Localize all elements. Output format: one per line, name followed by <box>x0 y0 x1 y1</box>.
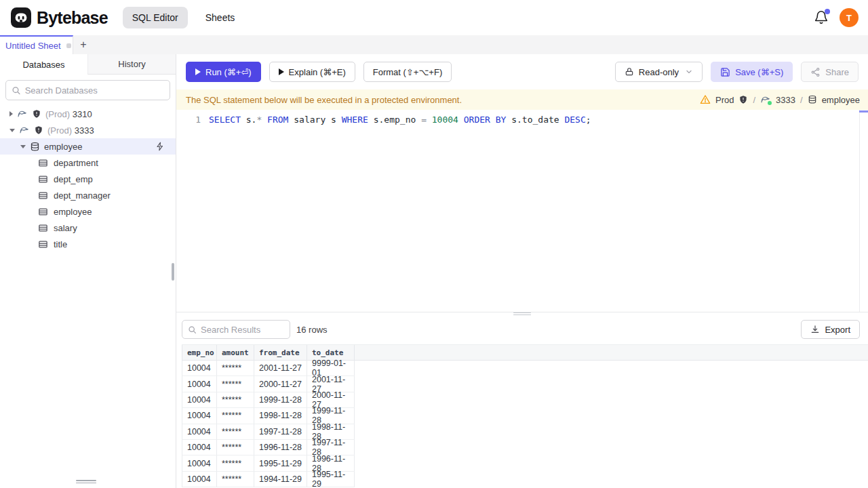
table-row[interactable]: 10004******1998-11-281999-11-28 <box>182 408 868 424</box>
column-header[interactable]: from_date <box>254 345 307 360</box>
column-header[interactable]: amount <box>217 345 254 360</box>
table-cell[interactable]: 1996-11-28 <box>254 440 307 455</box>
sidebar-table-item[interactable]: salary <box>0 220 176 236</box>
table-name: salary <box>54 223 77 233</box>
table-cell[interactable]: 10004 <box>182 408 217 424</box>
table-row[interactable]: 10004******1996-11-281997-11-28 <box>182 440 868 455</box>
table-row[interactable]: 10004******1994-11-291995-11-29 <box>182 472 868 487</box>
table-cell[interactable]: 10004 <box>182 424 217 440</box>
table-cell[interactable]: 2000-11-27 <box>254 376 307 392</box>
table-icon <box>38 174 48 184</box>
results-panel: 16 rows Export emp_noamountfrom_dateto_d… <box>176 316 868 488</box>
warning-icon <box>700 94 711 105</box>
table-cell[interactable]: 1999-11-28 <box>254 392 307 408</box>
table-cell[interactable]: 1994-11-29 <box>254 472 307 487</box>
column-header[interactable]: to_date <box>307 345 355 360</box>
download-icon <box>810 325 820 334</box>
sidebar-table-item[interactable]: employee <box>0 203 176 220</box>
share-button[interactable]: Share <box>801 62 859 82</box>
caret-down-icon[interactable] <box>9 129 15 132</box>
avatar[interactable]: T <box>840 8 859 27</box>
bytebase-logo[interactable]: Bytebase <box>11 7 108 28</box>
table-row[interactable]: 10004******2001-11-279999-01-01 <box>182 361 868 376</box>
table-cell[interactable]: ****** <box>217 408 254 424</box>
run-button[interactable]: Run (⌘+⏎) <box>186 62 261 82</box>
table-cell[interactable]: ****** <box>217 455 254 471</box>
notifications-button[interactable] <box>814 10 829 25</box>
lock-icon <box>625 67 634 77</box>
table-row[interactable]: 10004******2000-11-272001-11-27 <box>182 376 868 392</box>
table-cell[interactable]: 10004 <box>182 472 217 487</box>
nav-sheets[interactable]: Sheets <box>196 7 245 28</box>
table-cell[interactable]: 2001-11-27 <box>254 361 307 376</box>
table-cell[interactable]: 10004 <box>182 392 217 408</box>
table-row[interactable]: 10004******1995-11-291996-11-28 <box>182 455 868 471</box>
table-row[interactable]: 10004******1999-11-282000-11-27 <box>182 392 868 408</box>
sidebar-table-item[interactable]: dept_manager <box>0 187 176 203</box>
database-icon <box>808 95 817 104</box>
save-button[interactable]: Save (⌘+S) <box>711 62 793 82</box>
add-sheet-button[interactable]: + <box>73 35 94 54</box>
column-header[interactable]: emp_no <box>182 345 217 360</box>
table-row[interactable]: 10004******1997-11-281998-11-28 <box>182 424 868 440</box>
quick-action-bolt-icon[interactable] <box>155 142 165 151</box>
play-icon <box>195 68 201 75</box>
line-number: 1 <box>176 115 201 125</box>
table-cell[interactable]: ****** <box>217 440 254 455</box>
notification-dot <box>825 9 830 14</box>
caret-right-icon[interactable] <box>9 111 13 117</box>
sidebar: Databases History <box>0 54 176 488</box>
sidebar-table-item[interactable]: dept_emp <box>0 171 176 187</box>
table-cell[interactable]: 10004 <box>182 455 217 471</box>
code-line[interactable]: 1 SELECT s.* FROM salary s WHERE s.emp_n… <box>176 113 868 126</box>
caret-down-icon[interactable] <box>20 145 26 148</box>
table-cell[interactable]: 1995-11-29 <box>307 472 355 487</box>
database-icon <box>30 142 40 152</box>
results-search[interactable] <box>182 320 290 339</box>
table-name: dept_emp <box>54 174 93 184</box>
table-cell[interactable]: ****** <box>217 392 254 408</box>
editor-scroll-thumb[interactable] <box>859 110 868 113</box>
env-label: (Prod) <box>45 109 70 119</box>
sidebar-table-item[interactable]: department <box>0 155 176 171</box>
search-icon <box>12 85 21 96</box>
table-cell[interactable]: ****** <box>217 472 254 487</box>
table-cell[interactable]: 1998-11-28 <box>254 408 307 424</box>
database-item-employee[interactable]: employee <box>0 138 176 155</box>
instance-item-3310[interactable]: (Prod) 3310 <box>0 106 176 122</box>
table-cell[interactable]: 10004 <box>182 361 217 376</box>
sidebar-bottom-resize-handle[interactable] <box>76 479 96 485</box>
env-label: (Prod) <box>47 125 72 136</box>
instance-name: 3333 <box>75 125 94 136</box>
main-panel: Run (⌘+⏎) Explain (⌘+E) Format (⇧+⌥+F) R… <box>176 54 868 488</box>
table-cell[interactable]: 10004 <box>182 376 217 392</box>
sql-code-line: SELECT s.* FROM salary s WHERE s.emp_no … <box>209 115 591 125</box>
readonly-mode-select[interactable]: Read-only <box>615 62 703 82</box>
table-cell[interactable]: ****** <box>217 424 254 440</box>
database-search[interactable] <box>5 80 170 100</box>
table-cell[interactable]: 1997-11-28 <box>254 424 307 440</box>
results-table: emp_noamountfrom_dateto_date 10004******… <box>182 344 868 488</box>
export-button[interactable]: Export <box>801 320 860 339</box>
shield-icon <box>32 109 41 119</box>
sidebar-resize-handle[interactable] <box>172 263 174 281</box>
sidebar-table-item[interactable]: title <box>0 236 176 252</box>
database-search-input[interactable] <box>25 85 164 96</box>
database-name: employee <box>44 142 82 152</box>
top-nav: SQL Editor Sheets <box>123 7 245 28</box>
results-controls: 16 rows Export <box>182 320 860 339</box>
instance-item-3333[interactable]: (Prod) 3333 <box>0 122 176 138</box>
banner-message: The SQL statement below will be executed… <box>186 95 462 105</box>
explain-button[interactable]: Explain (⌘+E) <box>269 62 355 82</box>
table-cell[interactable]: ****** <box>217 376 254 392</box>
table-cell[interactable]: ****** <box>217 361 254 376</box>
format-button[interactable]: Format (⇧+⌥+F) <box>363 62 452 82</box>
results-body: 10004******2001-11-279999-01-0110004****… <box>182 361 868 487</box>
tab-untitled-sheet[interactable]: Untitled Sheet <box>0 35 73 54</box>
results-search-input[interactable] <box>201 325 284 335</box>
tab-history[interactable]: History <box>87 54 176 75</box>
table-cell[interactable]: 1995-11-29 <box>254 455 307 471</box>
table-cell[interactable]: 10004 <box>182 440 217 455</box>
nav-sql-editor[interactable]: SQL Editor <box>123 7 188 28</box>
tab-databases[interactable]: Databases <box>0 54 87 75</box>
